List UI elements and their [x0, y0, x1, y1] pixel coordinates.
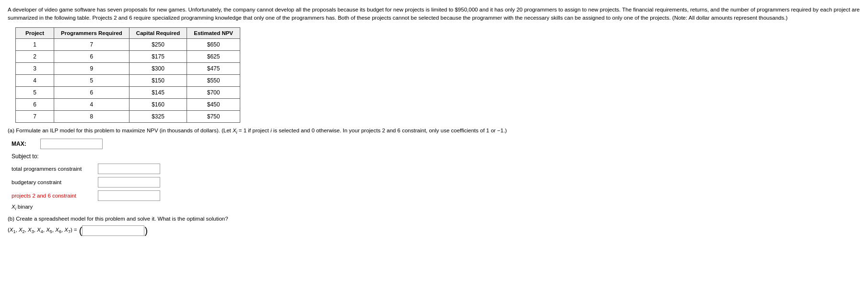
part-b-section: (b) Create a spreadsheet model for this …	[8, 216, 860, 236]
table-cell-capital: $175	[129, 50, 187, 62]
table-cell-project: 7	[16, 110, 54, 122]
table-cell-programmers: 7	[54, 38, 129, 50]
binary-label: Xi binary	[12, 204, 860, 211]
constraint-row-programmers: total programmers constraint	[12, 164, 860, 174]
subject-to-label: Subject to:	[12, 153, 860, 160]
constraint-row-projects26: projects 2 and 6 constraint	[12, 190, 860, 201]
table-cell-npv: $450	[187, 98, 240, 110]
table-cell-capital: $150	[129, 74, 187, 86]
table-cell-programmers: 6	[54, 86, 129, 98]
table-cell-programmers: 4	[54, 98, 129, 110]
table-cell-capital: $325	[129, 110, 187, 122]
table-cell-programmers: 9	[54, 62, 129, 74]
table-cell-npv: $700	[187, 86, 240, 98]
table-cell-programmers: 8	[54, 110, 129, 122]
right-paren: )	[144, 226, 148, 235]
part-a-label: (a) Formulate an ILP model for this prob…	[8, 128, 860, 135]
part-b-tuple-label: (X1, X2, X3, X4, X5, X6, X7) =	[8, 227, 77, 234]
table-row: 45$150$550	[16, 74, 240, 86]
table-cell-npv: $550	[187, 74, 240, 86]
part-a-section: (a) Formulate an ILP model for this prob…	[8, 128, 860, 212]
table-cell-npv: $750	[187, 110, 240, 122]
constraint-label-programmers: total programmers constraint	[12, 166, 98, 172]
table-row: 56$145$700	[16, 86, 240, 98]
part-b-answer-row: (X1, X2, X3, X4, X5, X6, X7) = ( )	[8, 225, 860, 236]
projects26-constraint-input[interactable]	[98, 190, 160, 201]
programmers-constraint-input[interactable]	[98, 164, 160, 174]
table-cell-capital: $145	[129, 86, 187, 98]
table-cell-programmers: 6	[54, 50, 129, 62]
data-table: Project Programmers Required Capital Req…	[15, 27, 240, 123]
table-cell-project: 5	[16, 86, 54, 98]
col-header-project: Project	[16, 27, 54, 38]
table-row: 26$175$625	[16, 50, 240, 62]
table-cell-capital: $300	[129, 62, 187, 74]
table-cell-capital: $160	[129, 98, 187, 110]
col-header-npv: Estimated NPV	[187, 27, 240, 38]
solution-input[interactable]	[82, 225, 144, 236]
table-row: 17$250$650	[16, 38, 240, 50]
intro-paragraph: A developer of video game software has s…	[8, 6, 860, 23]
table-row: 39$300$475	[16, 62, 240, 74]
table-cell-project: 2	[16, 50, 54, 62]
table-cell-programmers: 5	[54, 74, 129, 86]
table-row: 64$160$450	[16, 98, 240, 110]
constraint-label-projects26: projects 2 and 6 constraint	[12, 193, 98, 199]
table-cell-project: 1	[16, 38, 54, 50]
table-cell-capital: $250	[129, 38, 187, 50]
table-cell-project: 6	[16, 98, 54, 110]
col-header-capital: Capital Required	[129, 27, 187, 38]
constraint-label-budget: budgetary constraint	[12, 179, 98, 185]
table-cell-project: 4	[16, 74, 54, 86]
col-header-programmers: Programmers Required	[54, 27, 129, 38]
table-row: 78$325$750	[16, 110, 240, 122]
max-label: MAX:	[12, 141, 40, 147]
table-cell-npv: $475	[187, 62, 240, 74]
table-cell-npv: $650	[187, 38, 240, 50]
table-cell-project: 3	[16, 62, 54, 74]
max-answer-input[interactable]	[40, 139, 103, 149]
max-row: MAX:	[12, 139, 860, 149]
left-paren: (	[79, 226, 82, 235]
table-cell-npv: $625	[187, 50, 240, 62]
budget-constraint-input[interactable]	[98, 177, 160, 188]
part-b-label: (b) Create a spreadsheet model for this …	[8, 216, 860, 222]
constraint-row-budget: budgetary constraint	[12, 177, 860, 188]
